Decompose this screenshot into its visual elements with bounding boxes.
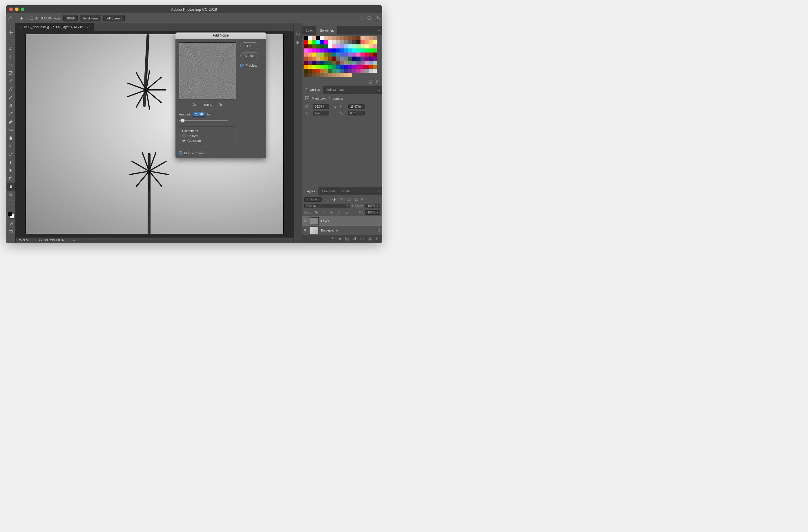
- swatch[interactable]: [361, 49, 365, 53]
- swatch[interactable]: [324, 40, 328, 44]
- move-tool[interactable]: [7, 29, 15, 36]
- swatch[interactable]: [336, 49, 340, 53]
- filter-pixel-icon[interactable]: [324, 196, 329, 202]
- swatch[interactable]: [336, 57, 340, 61]
- zoom-out-icon[interactable]: [192, 103, 197, 107]
- swatch[interactable]: [348, 73, 352, 77]
- quick-select-tool[interactable]: [7, 53, 15, 61]
- layer-fx-icon[interactable]: fx: [339, 237, 342, 241]
- swatch[interactable]: [373, 40, 377, 44]
- swatch[interactable]: [332, 65, 336, 69]
- swatch[interactable]: [304, 57, 308, 61]
- blur-tool[interactable]: [7, 134, 15, 142]
- swatch[interactable]: [312, 73, 316, 77]
- swatch[interactable]: [308, 73, 312, 77]
- layer-visibility-icon[interactable]: [304, 228, 308, 233]
- swatch[interactable]: [316, 44, 320, 49]
- filter-shape-icon[interactable]: [346, 196, 352, 202]
- swatch[interactable]: [373, 36, 377, 40]
- swatch[interactable]: [356, 65, 361, 69]
- uniform-radio[interactable]: Uniform: [182, 134, 233, 138]
- swatch[interactable]: [365, 69, 369, 73]
- share-icon[interactable]: [375, 15, 381, 21]
- delete-layer-icon[interactable]: [375, 237, 379, 241]
- new-swatch-icon[interactable]: [368, 80, 372, 85]
- swatch[interactable]: [308, 44, 312, 49]
- swatch[interactable]: [304, 44, 308, 49]
- link-layers-icon[interactable]: [331, 237, 335, 241]
- swatch[interactable]: [332, 57, 336, 61]
- swatch[interactable]: [344, 44, 348, 49]
- swatch[interactable]: [332, 73, 336, 77]
- zoom-in-icon[interactable]: [219, 103, 223, 107]
- swatch[interactable]: [369, 69, 373, 73]
- swatch[interactable]: [304, 40, 308, 44]
- swatch[interactable]: [316, 36, 320, 40]
- crop-tool[interactable]: [7, 61, 15, 69]
- cancel-button[interactable]: Cancel: [240, 52, 258, 59]
- swatch[interactable]: [340, 73, 344, 77]
- swatch[interactable]: [312, 53, 316, 57]
- swatch[interactable]: [369, 65, 373, 69]
- amount-slider[interactable]: [179, 120, 228, 121]
- swatch[interactable]: [352, 61, 356, 65]
- swatch[interactable]: [356, 53, 361, 57]
- swatch[interactable]: [356, 69, 361, 73]
- maximize-window-button[interactable]: [21, 7, 24, 11]
- swatch[interactable]: [356, 57, 361, 61]
- dodge-tool[interactable]: [7, 143, 15, 150]
- brush-tool[interactable]: [7, 94, 15, 101]
- swatch[interactable]: [356, 49, 361, 53]
- close-tab-icon[interactable]: ×: [20, 25, 21, 29]
- swatch[interactable]: [312, 61, 316, 65]
- swatch[interactable]: [344, 40, 348, 44]
- swatch[interactable]: [348, 44, 352, 49]
- home-icon[interactable]: [7, 15, 13, 21]
- swatch[interactable]: [352, 65, 356, 69]
- swatch[interactable]: [320, 36, 324, 40]
- fill-screen-button[interactable]: Fill Screen: [103, 15, 125, 21]
- swatch[interactable]: [361, 53, 365, 57]
- swatch[interactable]: [308, 53, 312, 57]
- swatch[interactable]: [324, 49, 328, 53]
- swatch[interactable]: [332, 61, 336, 65]
- fill-input[interactable]: 100%▾: [365, 210, 380, 215]
- swatch[interactable]: [308, 57, 312, 61]
- swatch[interactable]: [312, 44, 316, 49]
- hand-tool[interactable]: [7, 183, 15, 190]
- link-wh-icon[interactable]: [333, 104, 337, 109]
- swatch[interactable]: [308, 65, 312, 69]
- filter-smart-icon[interactable]: [353, 196, 359, 202]
- panel-menu-icon[interactable]: ≡: [376, 88, 382, 91]
- swatch[interactable]: [324, 65, 328, 69]
- healing-brush-tool[interactable]: [7, 86, 15, 93]
- swatch[interactable]: [356, 44, 361, 49]
- swatch[interactable]: [352, 44, 356, 49]
- swatch[interactable]: [336, 53, 340, 57]
- screen-mode[interactable]: [7, 228, 15, 236]
- clone-stamp-tool[interactable]: [7, 102, 15, 109]
- swatch[interactable]: [304, 53, 308, 57]
- swatch[interactable]: [365, 61, 369, 65]
- swatch[interactable]: [340, 49, 344, 53]
- swatch[interactable]: [332, 40, 336, 44]
- swatch[interactable]: [373, 53, 377, 57]
- swatch[interactable]: [316, 40, 320, 44]
- swatch[interactable]: [348, 57, 352, 61]
- swatch[interactable]: [348, 61, 352, 65]
- swatch[interactable]: [304, 49, 308, 53]
- amount-input[interactable]: 25.98: [192, 112, 205, 116]
- swatch[interactable]: [316, 57, 320, 61]
- swatch[interactable]: [361, 36, 365, 40]
- swatch[interactable]: [373, 57, 377, 61]
- swatch[interactable]: [373, 49, 377, 53]
- height-value[interactable]: 16.37 in: [348, 105, 365, 109]
- ok-button[interactable]: OK: [240, 42, 258, 49]
- filter-toggle[interactable]: [361, 198, 363, 200]
- noise-preview[interactable]: [179, 42, 236, 100]
- swatch[interactable]: [312, 69, 316, 73]
- swatch[interactable]: [324, 36, 328, 40]
- swatch[interactable]: [336, 65, 340, 69]
- swatch[interactable]: [352, 53, 356, 57]
- swatch[interactable]: [312, 36, 316, 40]
